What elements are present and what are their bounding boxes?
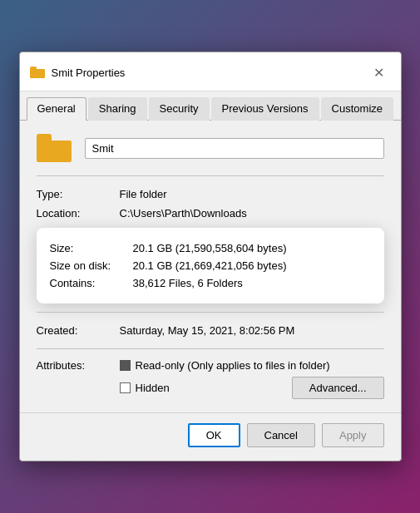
location-row: Location: C:\Users\Parth\Downloads bbox=[37, 204, 384, 223]
readonly-checkbox[interactable] bbox=[120, 360, 131, 371]
hidden-row: Hidden bbox=[120, 380, 170, 396]
size-on-disk-row: Size on disk: 20.1 GB (21,669,421,056 by… bbox=[50, 257, 371, 274]
location-label: Location: bbox=[37, 207, 120, 220]
size-label: Size: bbox=[50, 242, 133, 254]
title-bar-left: Smit Properties bbox=[30, 67, 126, 79]
type-label: Type: bbox=[37, 188, 120, 200]
dialog-footer: OK Cancel Apply bbox=[20, 412, 401, 461]
ok-button[interactable]: OK bbox=[188, 423, 240, 447]
properties-dialog: Smit Properties ✕ General Sharing Securi… bbox=[19, 52, 402, 461]
attributes-controls: Read-only (Only applies to files in fold… bbox=[120, 358, 384, 399]
tab-previous-versions[interactable]: Previous Versions bbox=[211, 97, 319, 121]
size-row: Size: 20.1 GB (21,590,558,604 bytes) bbox=[50, 239, 371, 257]
hidden-checkbox[interactable] bbox=[120, 382, 131, 393]
created-value: Saturday, May 15, 2021, 8:02:56 PM bbox=[120, 324, 384, 337]
type-value: File folder bbox=[120, 188, 384, 200]
size-tooltip-card: Size: 20.1 GB (21,590,558,604 bytes) Siz… bbox=[37, 228, 384, 303]
size-value: 20.1 GB (21,590,558,604 bytes) bbox=[133, 242, 287, 254]
created-row: Created: Saturday, May 15, 2021, 8:02:56… bbox=[37, 321, 384, 340]
apply-button[interactable]: Apply bbox=[322, 423, 384, 447]
folder-name-input[interactable] bbox=[85, 138, 384, 159]
tab-customize[interactable]: Customize bbox=[321, 97, 393, 121]
size-on-disk-value: 20.1 GB (21,669,421,056 bytes) bbox=[133, 259, 287, 272]
attributes-row: Attributes: Read-only (Only applies to f… bbox=[37, 358, 384, 399]
separator-2 bbox=[37, 312, 384, 313]
created-label: Created: bbox=[37, 324, 120, 337]
contains-row: Contains: 38,612 Files, 6 Folders bbox=[50, 274, 371, 292]
title-bar: Smit Properties ✕ bbox=[20, 52, 401, 91]
hidden-label: Hidden bbox=[136, 382, 170, 394]
dialog-title: Smit Properties bbox=[52, 67, 126, 79]
size-on-disk-label: Size on disk: bbox=[50, 259, 133, 272]
readonly-row: Read-only (Only applies to files in fold… bbox=[120, 358, 384, 373]
tab-bar: General Sharing Security Previous Versio… bbox=[20, 91, 401, 121]
folder-name-row bbox=[37, 134, 384, 162]
location-value: C:\Users\Parth\Downloads bbox=[120, 207, 384, 220]
folder-icon-small bbox=[30, 67, 45, 78]
tab-general[interactable]: General bbox=[27, 97, 86, 121]
attributes-label: Attributes: bbox=[37, 358, 120, 372]
type-row: Type: File folder bbox=[37, 185, 384, 204]
folder-icon-large bbox=[37, 134, 72, 162]
close-button[interactable]: ✕ bbox=[368, 61, 391, 84]
advanced-button[interactable]: Advanced... bbox=[292, 377, 384, 399]
contains-label: Contains: bbox=[50, 277, 133, 289]
tab-content: Type: File folder Location: C:\Users\Par… bbox=[20, 121, 401, 412]
cancel-button[interactable]: Cancel bbox=[247, 423, 315, 447]
contains-value: 38,612 Files, 6 Folders bbox=[133, 277, 243, 289]
tab-security[interactable]: Security bbox=[149, 97, 210, 121]
separator-1 bbox=[37, 175, 384, 176]
separator-3 bbox=[37, 348, 384, 349]
hidden-advanced-row: Hidden Advanced... bbox=[120, 377, 384, 399]
tab-sharing[interactable]: Sharing bbox=[88, 97, 147, 121]
readonly-label: Read-only (Only applies to files in fold… bbox=[136, 359, 330, 372]
